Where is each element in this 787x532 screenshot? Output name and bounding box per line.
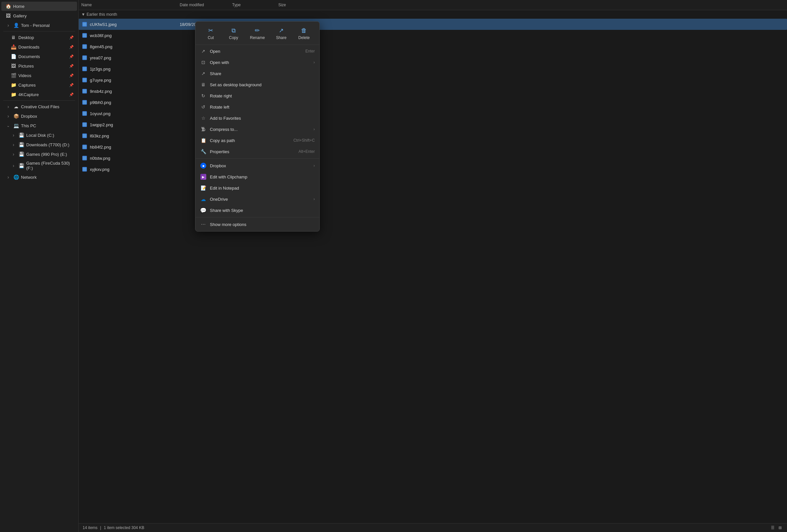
ctx-item-edit-clipchamp[interactable]: ▶Edit with Clipchamp <box>195 171 319 183</box>
sidebar-label-games-firecuda: Games (FireCuda 530) (F:) <box>26 161 74 171</box>
sidebar-label-videos: Videos <box>18 73 31 78</box>
ctx-divider <box>195 217 319 217</box>
sidebar-item-pictures[interactable]: 🖼Pictures📌 <box>1 61 77 70</box>
ctx-item-set-desktop-bg[interactable]: 🖥Set as desktop background <box>195 79 319 90</box>
sidebar-label-4kcapture: 4KCapture <box>18 92 39 97</box>
sidebar-label-pictures: Pictures <box>18 64 34 68</box>
sidebar: 🏠Home🖼Gallery›👤Tom - Personal🖥Desktop📌📥D… <box>0 0 79 532</box>
sidebar-label-network: Network <box>21 175 37 180</box>
sidebar-item-home[interactable]: 🏠Home <box>1 2 77 11</box>
ctx-toolbar-share[interactable]: ↗Share <box>272 26 290 41</box>
ctx-item-rotate-right[interactable]: ↻Rotate right <box>195 90 319 101</box>
sidebar-item-games-firecuda[interactable]: ›💾Games (FireCuda 530) (F:) <box>1 159 77 172</box>
sidebar-icon-this-pc: 💻 <box>13 123 19 129</box>
ctx-toolbar-label-copy: Copy <box>229 36 238 40</box>
ctx-toolbar-label-rename: Rename <box>250 36 264 40</box>
ctx-label-dropbox: Dropbox <box>210 163 310 168</box>
sidebar-icon-tom-personal: 👤 <box>13 22 19 28</box>
expand-chevron-creative-cloud: › <box>5 104 11 109</box>
ctx-label-rotate-right: Rotate right <box>210 93 315 99</box>
sidebar-item-downloads-t700[interactable]: ›💾Downloads (T700) (D:) <box>1 140 77 149</box>
sidebar-icon-pictures: 🖼 <box>10 63 16 69</box>
sidebar-label-desktop: Desktop <box>18 35 34 40</box>
sidebar-item-tom-personal[interactable]: ›👤Tom - Personal <box>1 21 77 30</box>
pin-icon-captures: 📌 <box>69 83 74 87</box>
ctx-item-add-favorites[interactable]: ☆Add to Favorites <box>195 112 319 124</box>
expand-chevron-downloads-t700: › <box>10 142 16 148</box>
expand-chevron-games-firecuda: › <box>10 163 16 169</box>
ctx-icon-set-desktop-bg: 🖥 <box>200 81 207 88</box>
ctx-toolbar-icon-cut: ✂ <box>208 27 213 34</box>
ctx-label-share-skype: Share with Skype <box>210 208 315 213</box>
sidebar-item-local-disk-c[interactable]: ›💾Local Disk (C:) <box>1 130 77 140</box>
sidebar-item-4kcapture[interactable]: 📁4KCapture📌 <box>1 90 77 99</box>
expand-chevron-games-990: › <box>10 151 16 157</box>
sidebar-item-desktop[interactable]: 🖥Desktop📌 <box>1 33 77 42</box>
ctx-item-share[interactable]: ↗Share <box>195 68 319 79</box>
ctx-toolbar-copy[interactable]: ⧉Copy <box>225 26 243 41</box>
ctx-icon-compress-to: 🗜 <box>200 126 207 132</box>
sidebar-icon-downloads: 📥 <box>10 44 16 50</box>
collapse-chevron-this-pc: ⌄ <box>5 123 11 129</box>
context-menu-overlay[interactable]: ✂Cut⧉Copy✏Rename↗Share🗑Delete ↗OpenEnter… <box>79 0 787 532</box>
ctx-item-share-skype[interactable]: 💬Share with Skype <box>195 205 319 216</box>
ctx-toolbar-cut[interactable]: ✂Cut <box>202 26 220 41</box>
sidebar-item-dropbox[interactable]: ›📦Dropbox <box>1 111 77 121</box>
ctx-icon-rotate-left: ↺ <box>200 104 207 110</box>
ctx-submenu-arrow-onedrive: › <box>314 197 315 201</box>
sidebar-item-network[interactable]: ›🌐Network <box>1 172 77 182</box>
onedrive-brand-icon: ☁ <box>201 196 206 203</box>
sidebar-icon-creative-cloud: ☁ <box>13 104 19 109</box>
sidebar-item-gallery[interactable]: 🖼Gallery <box>1 11 77 20</box>
expand-chevron-local-disk-c: › <box>10 132 16 138</box>
sidebar-item-downloads[interactable]: 📥Downloads📌 <box>1 42 77 51</box>
pin-icon-4kcapture: 📌 <box>69 92 74 97</box>
sidebar-label-local-disk-c: Local Disk (C:) <box>26 133 54 138</box>
sidebar-label-dropbox: Dropbox <box>21 114 37 119</box>
sidebar-item-games-990[interactable]: ›💾Games (990 Pro) (E:) <box>1 150 77 159</box>
sidebar-icon-videos: 🎬 <box>10 72 16 78</box>
ctx-item-dropbox[interactable]: ■Dropbox› <box>195 160 319 171</box>
ctx-toolbar-label-cut: Cut <box>208 36 214 40</box>
sidebar-icon-home: 🏠 <box>5 3 11 9</box>
ctx-toolbar-delete[interactable]: 🗑Delete <box>295 26 313 41</box>
sidebar-item-documents[interactable]: 📄Documents📌 <box>1 52 77 61</box>
ctx-item-properties[interactable]: 🔧PropertiesAlt+Enter <box>195 146 319 157</box>
ctx-item-copy-as-path[interactable]: 📋Copy as pathCtrl+Shift+C <box>195 135 319 146</box>
ctx-label-open-with: Open with <box>210 60 310 65</box>
ctx-label-onedrive: OneDrive <box>210 197 310 202</box>
sidebar-icon-dropbox: 📦 <box>13 113 19 119</box>
ctx-item-rotate-left[interactable]: ↺Rotate left <box>195 101 319 112</box>
skype-brand-icon: 💬 <box>200 207 207 214</box>
ctx-icon-rotate-right: ↻ <box>200 92 207 99</box>
expand-chevron-dropbox: › <box>5 113 11 119</box>
sidebar-label-downloads: Downloads <box>18 45 39 49</box>
sidebar-icon-documents: 📄 <box>10 54 16 59</box>
context-menu-toolbar: ✂Cut⧉Copy✏Rename↗Share🗑Delete <box>195 23 319 45</box>
sidebar-label-games-990: Games (990 Pro) (E:) <box>26 152 67 157</box>
sidebar-item-captures[interactable]: 📁Captures📌 <box>1 80 77 89</box>
ctx-icon-add-favorites: ☆ <box>200 115 207 121</box>
ctx-icon-copy-as-path: 📋 <box>200 137 207 144</box>
ctx-icon-show-more: ⋯ <box>200 221 207 228</box>
sidebar-item-this-pc[interactable]: ⌄💻This PC <box>1 121 77 130</box>
ctx-toolbar-rename[interactable]: ✏Rename <box>247 26 267 41</box>
dropbox-brand-icon: ■ <box>200 163 206 169</box>
main-content: Name Date modified Type Size ▼ Earlier t… <box>79 0 787 532</box>
ctx-item-compress-to[interactable]: 🗜Compress to...› <box>195 124 319 135</box>
sidebar-item-videos[interactable]: 🎬Videos📌 <box>1 71 77 80</box>
ctx-label-properties: Properties <box>210 149 295 154</box>
ctx-item-onedrive[interactable]: ☁OneDrive› <box>195 193 319 205</box>
ctx-item-show-more[interactable]: ⋯Show more options <box>195 219 319 230</box>
ctx-item-edit-notepad[interactable]: 📝Edit in Notepad <box>195 183 319 193</box>
ctx-item-open-with[interactable]: ⊡Open with› <box>195 57 319 68</box>
sidebar-icon-gallery: 🖼 <box>5 13 11 19</box>
ctx-icon-share-skype: 💬 <box>200 207 207 214</box>
sidebar-icon-network: 🌐 <box>13 174 19 180</box>
sidebar-label-captures: Captures <box>18 83 36 88</box>
ctx-item-open[interactable]: ↗OpenEnter <box>195 46 319 57</box>
sidebar-item-creative-cloud[interactable]: ›☁Creative Cloud Files <box>1 102 77 111</box>
pin-icon-desktop: 📌 <box>69 36 74 40</box>
ctx-label-share: Share <box>210 71 315 76</box>
sidebar-icon-local-disk-c: 💾 <box>18 132 24 138</box>
